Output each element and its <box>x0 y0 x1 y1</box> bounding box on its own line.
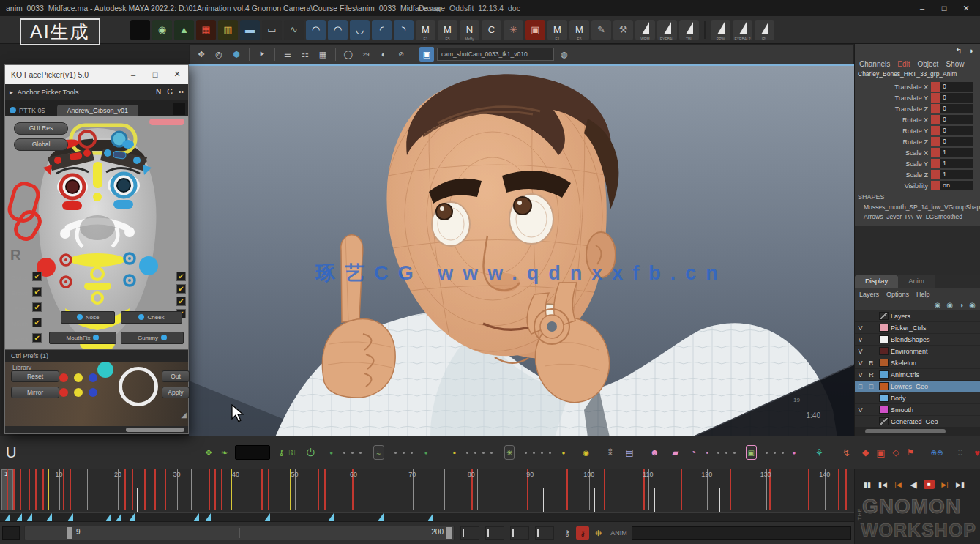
step-forward-key-button[interactable]: ▶▮ <box>955 479 965 490</box>
corner-logo-icon[interactable]: U <box>6 444 16 461</box>
menu-channels[interactable]: Channels <box>859 60 890 68</box>
viewport-panel[interactable]: 琢艺CG www.qdnxxfb.cn 19 1:40 <box>189 64 854 436</box>
pink-box-icon[interactable]: ▣ <box>746 445 757 460</box>
layer-color-swatch[interactable] <box>879 335 889 343</box>
menu-arrow-icon[interactable]: ▸ <box>10 88 13 96</box>
keyframe-tick[interactable] <box>594 488 595 512</box>
keyframe-tick[interactable] <box>29 469 30 510</box>
picker-nav-n[interactable]: N <box>156 88 161 96</box>
curve-5-icon[interactable]: ◝ <box>394 20 414 40</box>
play-blast-icon[interactable]: ⯈ <box>255 47 269 62</box>
layer-visibility-toggle[interactable]: □ <box>855 383 866 390</box>
channel-row[interactable]: Scale X1 <box>855 147 980 158</box>
picker-checkbox[interactable]: ✔ <box>176 297 186 306</box>
curve-3-icon[interactable]: ◡ <box>350 20 370 40</box>
panel-purple-icon[interactable]: ▤ <box>626 447 634 458</box>
layer-filter-icon[interactable]: ◉ <box>935 301 941 309</box>
layer-color-swatch[interactable] <box>879 417 889 425</box>
layer-color-swatch[interactable] <box>879 347 889 355</box>
channel-row[interactable]: Scale Y1 <box>855 158 980 169</box>
yellow-dot-icon[interactable]: ● <box>561 450 565 456</box>
layer-visibility-toggle[interactable]: V <box>855 406 866 414</box>
key-b-icon[interactable]: ⚿ <box>289 448 295 458</box>
layer-row[interactable]: □□Lowres_Geo <box>855 381 980 392</box>
sail-3-icon[interactable]: TBL <box>679 20 699 40</box>
keyframe-tick[interactable] <box>444 469 445 510</box>
shape-node-sub[interactable]: Arrows_Jever_PA_W_LGSmoothed <box>855 213 980 223</box>
layer-row[interactable]: VRSkeleton <box>855 357 980 369</box>
keyframe-tick[interactable] <box>63 469 64 510</box>
keyframe-tick[interactable] <box>154 469 156 510</box>
tab-anim[interactable]: Anim <box>898 275 935 288</box>
keyframe-tick[interactable] <box>124 469 126 510</box>
layer-mode-toggle[interactable]: R <box>866 359 877 367</box>
layer-color-swatch[interactable] <box>879 370 889 379</box>
refresh-icon[interactable]: C <box>482 20 501 40</box>
menu-object[interactable]: Object <box>918 60 939 68</box>
keyframe-tick[interactable] <box>70 469 71 510</box>
out-button[interactable]: Out <box>162 370 190 382</box>
picker-checkbox[interactable]: ✔ <box>32 287 42 297</box>
green-dot-1-icon[interactable]: ● <box>329 450 333 456</box>
close-button[interactable]: ✕ <box>955 0 977 16</box>
channel-row[interactable]: Scale Z1 <box>855 169 980 180</box>
multi-tile-icon[interactable]: ▥ <box>218 20 238 40</box>
channel-value[interactable]: 1 <box>940 159 973 168</box>
picker-global-button[interactable]: Global <box>14 138 68 151</box>
shape-node-name[interactable]: Mosses_mouth_SP_14_low_VGroupShape <box>855 204 980 213</box>
layer-filter-icon[interactable]: ◉ <box>946 301 953 309</box>
snap-curve-icon[interactable]: ❧ <box>221 448 228 458</box>
color-dot[interactable] <box>59 373 68 382</box>
reset-button[interactable]: Reset <box>11 370 59 382</box>
menu-show[interactable]: Show <box>946 60 964 68</box>
key-marker-triangle[interactable] <box>328 513 334 521</box>
sail-4-icon[interactable]: PPW <box>711 20 730 40</box>
current-frame-field[interactable] <box>235 445 270 460</box>
undo-queue-icon[interactable]: ↰ <box>955 46 962 56</box>
playback-start-field[interactable] <box>2 526 20 540</box>
channel-row[interactable]: Translate X0 <box>855 81 980 92</box>
channel-row[interactable]: Translate Y0 <box>855 92 980 103</box>
keyframe-tick[interactable] <box>35 469 37 510</box>
keyframe-tick[interactable] <box>543 488 544 512</box>
keyframe-tick[interactable] <box>209 469 210 510</box>
color-dot[interactable] <box>97 362 113 378</box>
sidebar-icon[interactable]: ◗ <box>969 46 974 55</box>
layer-mode-toggle[interactable]: R <box>866 371 877 379</box>
spider-icon[interactable]: ✳ <box>504 20 523 40</box>
flag-red-icon[interactable]: ⚑ <box>907 447 915 458</box>
color-wheel-ring[interactable] <box>119 367 158 406</box>
snap-grid-icon[interactable]: ✥ <box>205 448 212 458</box>
channel-value[interactable]: 0 <box>940 93 973 103</box>
channel-row[interactable]: Rotate X0 <box>855 114 980 125</box>
channel-value[interactable]: on <box>940 181 973 190</box>
slot-icon[interactable] <box>130 20 150 40</box>
picker-maximize-button[interactable]: □ <box>144 65 166 84</box>
keyframe-tick[interactable] <box>191 469 192 510</box>
plane-blue-icon[interactable]: ▬ <box>240 20 260 40</box>
sail-2-icon[interactable]: EYEBAL <box>657 20 677 40</box>
keyframe-tick[interactable] <box>87 469 88 510</box>
fps-icon[interactable]: 29 <box>359 47 373 62</box>
layer-row[interactable]: VSmooth <box>855 404 980 416</box>
key-marker-triangle[interactable] <box>378 513 384 521</box>
layer-filter-icon[interactable]: ◑ <box>959 301 963 309</box>
picker-button-nose[interactable]: Nose <box>61 311 115 324</box>
picker-gui-reset-button[interactable]: GUI Res <box>14 122 68 135</box>
keyframe-tick[interactable] <box>261 469 263 510</box>
keyframe-tick[interactable] <box>7 469 8 510</box>
bookmark-red-2-icon[interactable]: ▣ <box>876 447 885 458</box>
picker-checkbox[interactable]: ✔ <box>32 333 42 343</box>
light-half-icon[interactable]: ◐ <box>376 47 391 62</box>
channel-value[interactable]: 1 <box>940 148 973 157</box>
selected-object-name[interactable]: Charley_Bones_HRT_33_grp_Anim <box>855 70 980 81</box>
keyframe-tick[interactable] <box>381 469 381 510</box>
keyframe-tick[interactable] <box>730 469 731 510</box>
curve-2-icon[interactable]: ◠ <box>328 20 348 40</box>
layer-row[interactable]: Generated_Geo <box>855 416 980 428</box>
play-backwards-button[interactable]: ◀ <box>908 479 919 490</box>
channel-row[interactable]: Translate Z0 <box>855 103 980 114</box>
yellow-square-icon[interactable]: ▪ <box>453 447 456 458</box>
channel-value[interactable]: 0 <box>940 104 973 113</box>
channel-row[interactable]: Visibilityon <box>855 180 980 191</box>
